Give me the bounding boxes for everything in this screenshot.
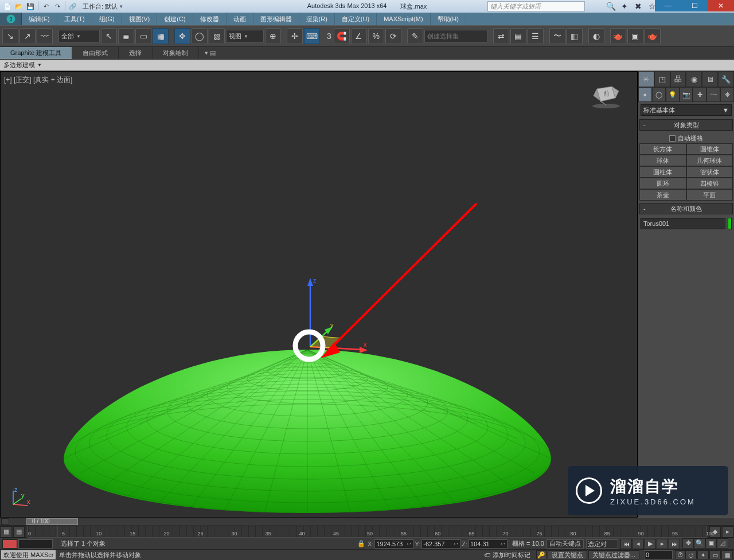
cp-sub-lights-icon[interactable]: 💡 xyxy=(666,87,680,102)
ribbon-tab-graphite[interactable]: Graphite 建模工具 xyxy=(0,47,72,59)
cp-sub-shapes-icon[interactable]: ◯ xyxy=(652,87,666,102)
open-file-icon[interactable]: 📂 xyxy=(14,1,24,11)
ribbon-expand-icon[interactable]: ▾ ▤ xyxy=(202,47,217,59)
orbit-icon[interactable]: ⭯ xyxy=(685,550,697,559)
help-search-input[interactable]: 键入关键字或短语 xyxy=(487,1,585,11)
goto-end-icon[interactable]: ⏭ xyxy=(669,539,680,549)
create-plane-button[interactable]: 平面 xyxy=(686,189,733,201)
zoom-icon[interactable]: 🔍 xyxy=(694,538,705,549)
menu-group[interactable]: 组(G) xyxy=(92,13,122,25)
save-file-icon[interactable]: 💾 xyxy=(25,1,36,11)
app-menu-icon[interactable]: 3 xyxy=(0,13,22,25)
window-maximize-button[interactable]: ☐ xyxy=(681,0,708,11)
bind-spacewarp-icon[interactable]: 〰 xyxy=(37,28,53,44)
render-setup-icon[interactable]: 🫖 xyxy=(610,28,626,44)
percent-snap-icon[interactable]: % xyxy=(368,28,384,44)
set-key-big-icon[interactable]: 🔑 xyxy=(536,550,546,559)
cp-sub-helpers-icon[interactable]: ✚ xyxy=(693,87,706,102)
edit-named-sel-icon[interactable]: ✎ xyxy=(407,28,423,44)
undo-icon[interactable]: ↶ xyxy=(41,1,51,11)
trackbar-ruler[interactable]: 0510152025303540455055606570758085909510… xyxy=(28,526,706,538)
rollout-object-type[interactable]: -对象类型 xyxy=(639,119,733,131)
viewcube[interactable]: 前 xyxy=(589,81,623,109)
next-frame-icon[interactable]: ▸ xyxy=(657,539,668,549)
category-combo[interactable]: 标准基本体▼ xyxy=(641,104,732,116)
cp-tab-motion-icon[interactable]: ◉ xyxy=(686,71,702,87)
ref-coord-combo[interactable]: 视图▼ xyxy=(226,30,264,42)
cp-tab-utilities-icon[interactable]: 🔧 xyxy=(718,71,734,87)
key-filters-button[interactable]: 关键点过滤器... xyxy=(588,550,639,559)
rollout-name-color[interactable]: -名称和颜色 xyxy=(639,203,733,214)
named-selection-input[interactable] xyxy=(424,30,487,42)
redo-icon[interactable]: ↷ xyxy=(52,1,63,11)
menu-maxscript[interactable]: MAXScript(M) xyxy=(377,13,430,25)
create-pyramid-button[interactable]: 四棱锥 xyxy=(686,178,733,189)
manipulate-icon[interactable]: ✢ xyxy=(287,28,303,44)
create-cylinder-button[interactable]: 圆柱体 xyxy=(639,166,686,178)
menu-graph-editors[interactable]: 图形编辑器 xyxy=(253,13,299,25)
coord-z-input[interactable]: 104.31▲▼ xyxy=(468,539,507,549)
ribbon-tab-selection[interactable]: 选择 xyxy=(119,47,153,59)
select-object-icon[interactable]: ↖ xyxy=(101,28,117,44)
create-torus-button[interactable]: 圆环 xyxy=(639,178,686,189)
cp-sub-spacewarps-icon[interactable]: 〰 xyxy=(706,87,720,102)
pan-view-icon[interactable]: ✥ xyxy=(682,538,694,549)
cp-tab-modify-icon[interactable]: ◳ xyxy=(654,71,670,87)
dropdown-caret-icon[interactable]: ▼ xyxy=(119,4,123,9)
spinner-snap-icon[interactable]: ⟳ xyxy=(385,28,401,44)
cp-sub-cameras-icon[interactable]: 📷 xyxy=(680,87,693,102)
scale-icon[interactable]: ▧ xyxy=(209,28,225,44)
goto-start-icon[interactable]: ⏮ xyxy=(620,539,632,549)
create-cone-button[interactable]: 圆锥体 xyxy=(686,143,733,155)
search-icon[interactable]: 🔍 xyxy=(606,1,616,11)
schematic-view-icon[interactable]: ▥ xyxy=(567,28,583,44)
zoom-extents-icon[interactable]: ▣ xyxy=(705,538,717,549)
create-tube-button[interactable]: 管状体 xyxy=(686,166,733,178)
ribbon-panel[interactable]: 多边形建模 ▼ xyxy=(0,60,734,71)
cp-sub-systems-icon[interactable]: ❋ xyxy=(720,87,734,102)
cp-tab-create-icon[interactable]: ✳ xyxy=(638,71,654,87)
align-icon[interactable]: ▤ xyxy=(510,28,526,44)
pivot-center-icon[interactable]: ⊕ xyxy=(265,28,281,44)
lock-selection-icon[interactable]: 🔒 xyxy=(355,540,368,547)
key-selection-filter[interactable]: 选定对 xyxy=(586,539,618,549)
time-config-button[interactable]: ⏱ xyxy=(675,550,685,559)
time-tag-icon[interactable]: 🏷 xyxy=(484,551,490,558)
play-animation-icon[interactable]: ▶ xyxy=(645,539,656,549)
auto-grid-checkbox[interactable]: 自动栅格 xyxy=(639,133,733,143)
menu-create[interactable]: 创建(C) xyxy=(157,13,193,25)
set-key-button[interactable]: 设置关键点 xyxy=(548,550,587,559)
subscription-icon[interactable]: ✦ xyxy=(619,1,630,11)
maxscript-mini-listener[interactable] xyxy=(2,539,17,549)
menu-views[interactable]: 视图(V) xyxy=(122,13,158,25)
prev-frame-icon[interactable]: ◂ xyxy=(633,539,644,549)
link-icon[interactable]: 🔗 xyxy=(68,1,78,11)
exchange-icon[interactable]: ✖ xyxy=(633,1,643,11)
select-region-icon[interactable]: ▭ xyxy=(135,28,151,44)
create-sphere-button[interactable]: 球体 xyxy=(639,155,686,166)
maxscript-input[interactable] xyxy=(18,539,53,549)
menu-help[interactable]: 帮助(H) xyxy=(431,13,466,25)
menu-edit[interactable]: 编辑(E) xyxy=(22,13,57,25)
render-production-icon[interactable]: 🫖 xyxy=(645,28,661,44)
fov-icon[interactable]: ◿ xyxy=(717,538,728,549)
create-box-button[interactable]: 长方体 xyxy=(639,143,686,155)
mirror-icon[interactable]: ⇄ xyxy=(493,28,509,44)
time-config-icon[interactable] xyxy=(1,518,9,525)
create-teapot-button[interactable]: 茶壶 xyxy=(639,189,686,201)
menu-tools[interactable]: 工具(T) xyxy=(57,13,92,25)
cp-tab-hierarchy-icon[interactable]: 品 xyxy=(670,71,686,87)
curve-editor-icon[interactable]: 〜 xyxy=(549,28,565,44)
time-slider[interactable]: 0 / 100 xyxy=(0,518,734,526)
create-geosphere-button[interactable]: 几何球体 xyxy=(686,155,733,166)
viewport[interactable]: [+] [正交] [真实 + 边面] 前 xyxy=(0,71,638,518)
move-icon[interactable]: ✥ xyxy=(174,28,190,44)
rendered-frame-icon[interactable]: ▣ xyxy=(627,28,643,44)
workspace-label[interactable]: 工作台: 默认 xyxy=(83,2,118,11)
walk-through-icon[interactable]: ✦ xyxy=(697,550,709,559)
new-file-icon[interactable]: 📄 xyxy=(2,1,13,11)
select-by-name-icon[interactable]: ≣ xyxy=(118,28,134,44)
zoom-region-icon[interactable]: ▭ xyxy=(709,550,721,559)
window-minimize-button[interactable]: — xyxy=(655,0,681,11)
material-editor-icon[interactable]: ◐ xyxy=(588,28,604,44)
